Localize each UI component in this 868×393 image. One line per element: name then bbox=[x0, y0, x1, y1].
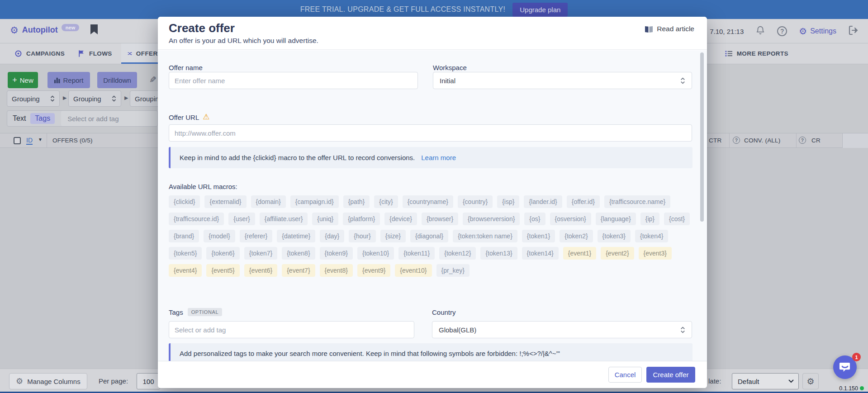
macro-chip[interactable]: {event5} bbox=[206, 264, 239, 277]
macro-chip[interactable]: {event8} bbox=[320, 264, 353, 277]
macro-chip[interactable]: {token13} bbox=[480, 247, 517, 260]
macro-chip[interactable]: {countryname} bbox=[403, 195, 453, 208]
modal-scrollbar[interactable] bbox=[700, 52, 704, 222]
macro-chip[interactable]: {brand} bbox=[169, 230, 199, 242]
modal-title: Create offer bbox=[169, 21, 235, 35]
modal-footer: Cancel Create offer bbox=[158, 361, 707, 388]
macro-chip[interactable]: {day} bbox=[320, 230, 344, 242]
tags-note: Add personalized tags to make your searc… bbox=[169, 343, 693, 363]
warning-icon: ⚠ bbox=[203, 112, 209, 122]
app-root: FREE TRIAL. UPGRADE & GET FULL ACCESS IN… bbox=[0, 0, 868, 393]
create-offer-modal: Create offer An offer is your ad URL whi… bbox=[158, 17, 707, 388]
chat-icon bbox=[839, 362, 851, 373]
macro-chip[interactable]: {token4} bbox=[635, 230, 668, 242]
macro-chip[interactable]: {trafficsource.id} bbox=[169, 213, 224, 225]
macro-chip[interactable]: {token7} bbox=[244, 247, 277, 260]
macro-chip[interactable]: {browserversion} bbox=[463, 213, 520, 225]
macro-chip[interactable]: {domain} bbox=[251, 195, 286, 208]
macro-chip[interactable]: {event1} bbox=[563, 247, 596, 260]
country-select[interactable]: Global(GLB) bbox=[432, 321, 692, 338]
macros-label: Available URL macros: bbox=[169, 183, 237, 190]
create-offer-button[interactable]: Create offer bbox=[646, 367, 695, 383]
tags-input[interactable] bbox=[169, 321, 414, 338]
macro-chip[interactable]: {token3} bbox=[598, 230, 631, 242]
offer-name-input[interactable] bbox=[169, 72, 418, 89]
macro-chip[interactable]: {os} bbox=[524, 213, 545, 225]
country-label: Country bbox=[432, 308, 456, 316]
updown-icon bbox=[680, 77, 685, 84]
macro-chip[interactable]: {path} bbox=[343, 195, 370, 208]
chat-unread-badge: 1 bbox=[852, 353, 861, 361]
macro-chip[interactable]: {token9} bbox=[320, 247, 353, 260]
macro-chip[interactable]: {trafficsource.name} bbox=[604, 195, 670, 208]
macro-chip[interactable]: {token11} bbox=[398, 247, 435, 260]
macro-chip[interactable]: {event6} bbox=[244, 264, 277, 277]
updown-icon bbox=[680, 327, 685, 333]
macro-chip[interactable]: {event10} bbox=[395, 264, 432, 277]
macro-chip[interactable]: {token14} bbox=[522, 247, 559, 260]
offer-name-label: Offer name bbox=[169, 64, 203, 71]
tags-label: TagsOPTIONAL bbox=[169, 308, 222, 316]
macro-chip-list: {clickid} {externalid} {domain} {campaig… bbox=[169, 195, 695, 277]
macro-chip[interactable]: {token8} bbox=[282, 247, 315, 260]
clickid-note: Keep in mind to add the {clickid} macro … bbox=[169, 147, 693, 168]
modal-header: Create offer An offer is your ad URL whi… bbox=[158, 17, 707, 50]
optional-badge: OPTIONAL bbox=[188, 308, 222, 316]
version-label: 0.1.150 bbox=[810, 385, 864, 392]
macro-chip[interactable]: {affiliate.user} bbox=[260, 213, 308, 225]
macro-chip[interactable]: {event9} bbox=[357, 264, 390, 277]
macro-chip[interactable]: {token:token name} bbox=[453, 230, 517, 242]
offer-url-label: Offer URL⚠ bbox=[169, 113, 210, 122]
macro-chip[interactable]: {device} bbox=[384, 213, 417, 225]
macro-chip[interactable]: {token1} bbox=[522, 230, 555, 242]
macro-chip[interactable]: {token6} bbox=[206, 247, 239, 260]
macro-chip[interactable]: {size} bbox=[380, 230, 406, 242]
macro-chip[interactable]: {cost} bbox=[664, 213, 690, 225]
macro-chip[interactable]: {ip} bbox=[640, 213, 659, 225]
macro-chip[interactable]: {token2} bbox=[560, 230, 593, 242]
macro-chip[interactable]: {country} bbox=[458, 195, 493, 208]
macro-chip[interactable]: {event3} bbox=[639, 247, 672, 260]
read-article-link[interactable]: Read article bbox=[645, 25, 694, 33]
macro-chip[interactable]: {user} bbox=[228, 213, 255, 225]
workspace-select[interactable]: Initial bbox=[433, 72, 692, 89]
macro-chip[interactable]: {event7} bbox=[282, 264, 315, 277]
macro-chip[interactable]: {externalid} bbox=[204, 195, 246, 208]
macro-chip[interactable]: {campaign.id} bbox=[290, 195, 339, 208]
macro-chip[interactable]: {token10} bbox=[357, 247, 394, 260]
macro-chip[interactable]: {referer} bbox=[240, 230, 273, 242]
macro-chip[interactable]: {browser} bbox=[422, 213, 458, 225]
offer-url-input[interactable] bbox=[169, 124, 692, 142]
status-dot bbox=[860, 386, 864, 390]
macro-chip[interactable]: {offer.id} bbox=[567, 195, 600, 208]
macro-chip[interactable]: {hour} bbox=[349, 230, 375, 242]
macro-chip[interactable]: {token12} bbox=[439, 247, 476, 260]
macro-chip[interactable]: {city} bbox=[374, 195, 398, 208]
macro-chip[interactable]: {event2} bbox=[601, 247, 634, 260]
macro-chip[interactable]: {model} bbox=[204, 230, 235, 242]
modal-subtitle: An offer is your ad URL which you will a… bbox=[169, 37, 318, 45]
macro-chip[interactable]: {osversion} bbox=[550, 213, 591, 225]
macro-chip[interactable]: {platform} bbox=[343, 213, 380, 225]
macro-chip[interactable]: {uniq} bbox=[312, 213, 338, 225]
modal-body: Offer name Workspace Initial Offer URL⚠ … bbox=[158, 50, 707, 361]
learn-more-link[interactable]: Learn more bbox=[421, 154, 456, 161]
book-icon bbox=[645, 25, 653, 33]
cancel-button[interactable]: Cancel bbox=[608, 367, 642, 383]
macro-chip[interactable]: {token5} bbox=[169, 247, 202, 260]
macro-chip[interactable]: {language} bbox=[596, 213, 636, 225]
macro-chip[interactable]: {event4} bbox=[169, 264, 202, 277]
workspace-label: Workspace bbox=[433, 64, 467, 71]
macro-chip[interactable]: {isp} bbox=[497, 195, 519, 208]
macro-chip[interactable]: {pr_key} bbox=[436, 264, 470, 277]
macro-chip[interactable]: {clickid} bbox=[169, 195, 200, 208]
macro-chip[interactable]: {diagonal} bbox=[410, 230, 448, 242]
macro-chip[interactable]: {lander.id} bbox=[524, 195, 562, 208]
macro-chip[interactable]: {datetime} bbox=[277, 230, 315, 242]
